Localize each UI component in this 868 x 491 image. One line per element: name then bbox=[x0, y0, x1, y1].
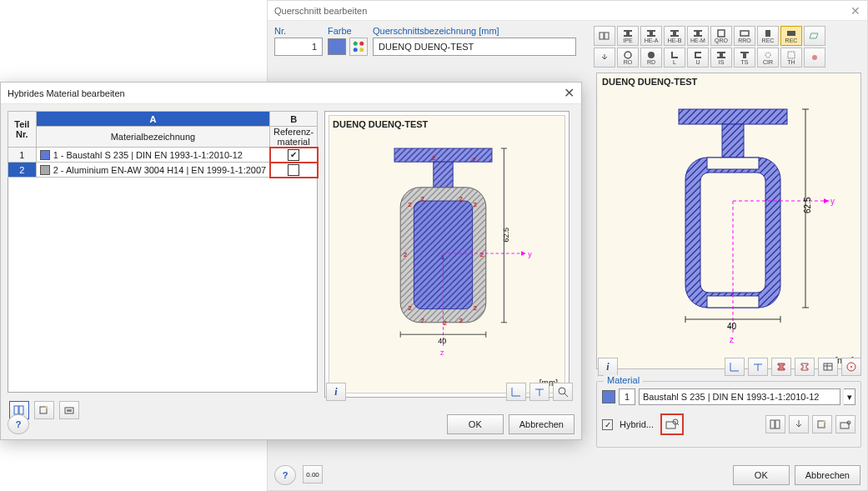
profile-rd-button[interactable]: RD bbox=[640, 48, 662, 68]
profile-misc1-button[interactable] bbox=[804, 26, 825, 46]
cancel-button-main[interactable]: Abbrechen bbox=[795, 465, 860, 485]
hybrid-checkbox[interactable] bbox=[602, 419, 613, 430]
material-table-panel: Teil Nr. A B Materialbezeichnung Referen… bbox=[8, 111, 318, 423]
profile-qro-button[interactable]: QRO bbox=[710, 26, 732, 46]
svg-marker-76 bbox=[521, 251, 525, 255]
reference-checkbox[interactable] bbox=[288, 149, 299, 161]
modal-preview-panel: DUENQ DUENQ-TEST bbox=[324, 111, 569, 398]
zoom-button[interactable] bbox=[553, 383, 573, 401]
axis-xy-button[interactable] bbox=[725, 358, 745, 376]
library-open-button[interactable] bbox=[594, 26, 615, 46]
help-button-modal[interactable]: ? bbox=[8, 414, 29, 434]
profile-cir-button[interactable]: CIR bbox=[757, 48, 779, 68]
table-row[interactable]: 2 2 - Aluminium EN-AW 3004 H14 | EN 1999… bbox=[8, 163, 318, 178]
row-material-text: 1 - Baustahl S 235 | DIN EN 1993-1-1:201… bbox=[53, 150, 267, 160]
stress-button[interactable] bbox=[841, 358, 861, 376]
material-name-dropdown[interactable]: Baustahl S 235 | DIN EN 1993-1-1:2010-12 bbox=[639, 388, 840, 405]
table-row[interactable]: 1 1 - Baustahl S 235 | DIN EN 1993-1-1:2… bbox=[8, 148, 318, 163]
row-swatch-icon bbox=[40, 150, 50, 160]
material-new-button[interactable] bbox=[812, 415, 832, 433]
svg-line-89 bbox=[564, 393, 568, 397]
svg-text:62.5: 62.5 bbox=[803, 197, 812, 213]
svg-rect-6 bbox=[718, 30, 725, 37]
profile-is-button[interactable]: IS bbox=[710, 48, 732, 68]
profile-toolbar: IPE HE-A HE-B HE-M QRO RRO REC REC RO RD… bbox=[594, 26, 860, 69]
info-button[interactable]: i bbox=[326, 383, 346, 401]
main-window-title: Querschnitt bearbeiten bbox=[274, 6, 367, 16]
material-edit-button[interactable] bbox=[835, 415, 855, 433]
hatch-i2-button[interactable] bbox=[795, 358, 815, 376]
profile-ipe-button[interactable]: IPE bbox=[617, 26, 639, 46]
bezeichnung-input[interactable]: DUENQ DUENQ-TEST bbox=[373, 38, 576, 56]
profile-u-button[interactable]: U bbox=[687, 48, 709, 68]
units-button[interactable]: 0.00 bbox=[303, 465, 323, 483]
material-group-label: Material bbox=[604, 375, 643, 385]
profile-rro-button[interactable]: RRO bbox=[734, 26, 755, 46]
row-swatch-icon bbox=[40, 165, 50, 175]
ok-button-modal[interactable]: OK bbox=[447, 414, 504, 434]
row-material-text: 2 - Aluminium EN-AW 3004 H14 | EN 1999-1… bbox=[53, 165, 267, 175]
svg-text:40: 40 bbox=[727, 322, 737, 331]
chevron-down-icon[interactable]: ▾ bbox=[844, 388, 855, 405]
nr-input[interactable]: 1 bbox=[274, 38, 323, 56]
svg-point-1 bbox=[359, 42, 364, 46]
profile-heb-button[interactable]: HE-B bbox=[664, 26, 685, 46]
svg-text:y: y bbox=[528, 250, 532, 258]
svg-rect-56 bbox=[434, 162, 453, 188]
svg-rect-8 bbox=[765, 30, 770, 37]
svg-text:2: 2 bbox=[473, 156, 477, 163]
svg-text:z: z bbox=[440, 348, 444, 357]
svg-rect-44 bbox=[775, 420, 780, 428]
hatch-i-button[interactable] bbox=[771, 358, 791, 376]
svg-text:2: 2 bbox=[421, 195, 425, 203]
profile-misc2-button[interactable] bbox=[804, 48, 825, 68]
svg-rect-5 bbox=[605, 33, 609, 39]
main-bottom-bar: ? 0.00 OK Abbrechen bbox=[274, 465, 860, 485]
profile-hea-button[interactable]: HE-A bbox=[640, 26, 662, 46]
reference-checkbox[interactable] bbox=[288, 164, 299, 176]
profile-ts-button[interactable]: TS bbox=[734, 48, 755, 68]
material-pick-button[interactable] bbox=[789, 415, 809, 433]
table-blank-area bbox=[8, 178, 318, 393]
svg-text:2: 2 bbox=[408, 201, 412, 208]
svg-rect-45 bbox=[818, 421, 825, 428]
axis-t-button[interactable] bbox=[529, 383, 549, 401]
material-nr[interactable]: 1 bbox=[619, 388, 635, 405]
material-lib-button[interactable] bbox=[765, 415, 785, 433]
svg-rect-37 bbox=[824, 363, 832, 370]
svg-rect-52 bbox=[67, 409, 72, 412]
svg-rect-18 bbox=[722, 124, 744, 158]
bezeichnung-label: Querschnittsbezeichnung [mm] bbox=[373, 26, 576, 36]
hybrid-label: Hybrid... bbox=[620, 419, 654, 429]
hybrid-edit-button[interactable] bbox=[660, 413, 684, 435]
col-b-header[interactable]: B bbox=[270, 112, 318, 127]
material-groupbox: Material 1 Baustahl S 235 | DIN EN 1993-… bbox=[596, 381, 861, 448]
axis-xy-button[interactable] bbox=[506, 383, 526, 401]
values-button[interactable] bbox=[818, 358, 838, 376]
main-titlebar: Querschnitt bearbeiten ✕ bbox=[268, 1, 867, 21]
close-icon[interactable]: ✕ bbox=[564, 85, 574, 101]
info-button[interactable]: i bbox=[598, 358, 618, 376]
profile-hem-button[interactable]: HE-M bbox=[687, 26, 709, 46]
profile-th-button[interactable]: TH bbox=[780, 48, 802, 68]
profile-l-button[interactable]: L bbox=[664, 48, 685, 68]
axis-t-button[interactable] bbox=[748, 358, 768, 376]
help-button-main[interactable]: ? bbox=[274, 465, 296, 485]
svg-point-12 bbox=[765, 53, 770, 58]
cancel-button-modal[interactable]: Abbrechen bbox=[509, 414, 574, 434]
profile-rec-selected-button[interactable]: REC bbox=[780, 26, 802, 46]
col-a-header[interactable]: A bbox=[36, 112, 270, 127]
svg-rect-9 bbox=[787, 31, 795, 36]
modal-titlebar: Hybrides Material bearbeiten ✕ bbox=[1, 83, 581, 104]
farbe-swatch[interactable] bbox=[328, 38, 346, 55]
profile-rec-button[interactable]: REC bbox=[757, 26, 779, 46]
profile-ro-button[interactable]: RO bbox=[617, 48, 639, 68]
svg-point-3 bbox=[359, 48, 364, 52]
close-icon[interactable]: ✕ bbox=[850, 4, 860, 18]
ok-button-main[interactable]: OK bbox=[733, 465, 790, 485]
farbe-label: Farbe bbox=[328, 26, 368, 36]
svg-rect-43 bbox=[770, 420, 775, 428]
library-import-button[interactable] bbox=[594, 48, 615, 68]
palette-button[interactable] bbox=[349, 38, 368, 56]
hybrid-material-dialog: Hybrides Material bearbeiten ✕ Teil Nr. bbox=[0, 82, 582, 440]
